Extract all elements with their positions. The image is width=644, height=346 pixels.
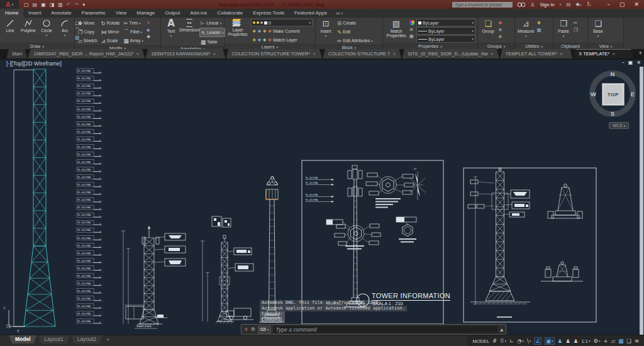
ribbon-tab-manage[interactable]: Manage bbox=[131, 9, 160, 18]
isodraft-icon-caret[interactable]: ▾ bbox=[530, 339, 531, 343]
panel-title-clipboard[interactable]: Clipboard bbox=[553, 43, 587, 49]
match-layer-button[interactable]: ❖❖ ❖❖ Match Layer bbox=[251, 36, 313, 44]
file-tab-4[interactable]: COLECTION STRUCTURE TOWER_recover*✕ bbox=[323, 49, 401, 59]
ribbon-collapse-caret-icon[interactable]: ▾ bbox=[341, 11, 343, 15]
ribbon-tab-output[interactable]: Output bbox=[160, 9, 185, 18]
save-as-icon[interactable]: ◨ bbox=[50, 2, 55, 8]
layout-tab-model[interactable]: Model bbox=[9, 335, 37, 343]
layout-tab-layout1[interactable]: Layout1 bbox=[38, 335, 70, 343]
file-tab-start[interactable]: Start bbox=[6, 49, 27, 59]
file-tab-3[interactable]: COLECTION STRUCTURE TOWER*✕ bbox=[226, 49, 322, 59]
drawing-canvas[interactable]: Autodesk DWG. This file is a TrustedDWG … bbox=[0, 60, 644, 335]
edit-attributes-button[interactable]: ✑Edit Attributes▾ bbox=[336, 36, 374, 45]
ortho-icon[interactable]: ∟ bbox=[509, 338, 514, 344]
polyline-button[interactable]: Polyline bbox=[20, 19, 36, 33]
viewcube-top-face[interactable]: TOP bbox=[602, 83, 625, 106]
application-menu-button[interactable]: A▾ bbox=[0, 0, 19, 9]
leader-button[interactable]: ↖Leader▾ bbox=[199, 28, 225, 37]
sign-in-button[interactable]: Sign In bbox=[540, 2, 554, 8]
plot-icon[interactable]: ▥ bbox=[58, 2, 63, 8]
save-icon[interactable]: ▣ bbox=[41, 2, 46, 8]
sign-in-caret-icon[interactable]: ▾ bbox=[560, 3, 562, 6]
dimension-button[interactable]: ↔ Dimension bbox=[181, 19, 197, 32]
undo-icon[interactable]: ↶ bbox=[67, 2, 71, 8]
close-command-icon[interactable]: ✕ bbox=[244, 326, 248, 332]
group-select-icon[interactable]: ❖ bbox=[498, 34, 502, 40]
qat-menu-icon[interactable]: ▾ bbox=[82, 2, 85, 8]
help-icon[interactable]: ?▾ bbox=[587, 2, 591, 8]
panel-title-properties[interactable]: Properties▾ bbox=[383, 43, 477, 49]
match-properties-button[interactable]: ▧Match Properties bbox=[385, 19, 408, 38]
file-tab-7[interactable]: X TEMPLATE*✕ bbox=[573, 49, 633, 59]
file-tab-close-icon[interactable]: ✕ bbox=[313, 49, 316, 59]
recent-commands-icon[interactable]: ⌨▾ bbox=[258, 326, 271, 333]
command-input[interactable]: Type a command bbox=[274, 326, 498, 333]
copy-clip-icon[interactable]: ❐ bbox=[574, 27, 578, 33]
ribbon-tab-home[interactable]: Home bbox=[0, 9, 23, 18]
file-tab-1[interactable]: 14BRS047_RBS_SIDR ... Report_HWI_JAG22*✕ bbox=[28, 49, 145, 59]
workspace-gear-icon[interactable]: ⚙▾ bbox=[593, 338, 600, 344]
measure-button[interactable]: ⊿Measure▾ bbox=[517, 19, 535, 38]
graphics-performance-icon[interactable]: ▦ bbox=[618, 338, 623, 344]
quick-select-icon[interactable]: ❖ bbox=[536, 20, 541, 26]
linear-button[interactable]: ⊢Linear▾ bbox=[199, 19, 225, 27]
ribbon-tab-annotate[interactable]: Annotate bbox=[46, 9, 76, 18]
panel-title-view[interactable]: View▾ bbox=[588, 43, 623, 49]
isodraft-icon[interactable]: \▾ bbox=[527, 338, 531, 344]
stretch-button[interactable]: ▱Stretch bbox=[77, 36, 99, 45]
minimize-button[interactable]: – bbox=[607, 1, 610, 8]
file-tab-5[interactable]: SITE_ID_RBS_SIDR_D...(Update_New_Layer)*… bbox=[402, 49, 499, 59]
file-tab-2[interactable]: 15SWT013 KARANGWUNI*✕ bbox=[145, 49, 225, 59]
close-button[interactable]: ✕ bbox=[634, 1, 639, 8]
create-block-button[interactable]: ⊞Create bbox=[336, 19, 374, 27]
offset-icon[interactable]: ❖ bbox=[147, 34, 151, 40]
doc-restore-icon[interactable]: ▣ bbox=[628, 60, 633, 65]
ribbon-tab-add-ins[interactable]: Add-ins bbox=[185, 9, 212, 18]
layer-on-icon[interactable] bbox=[253, 21, 255, 24]
app-store-icon[interactable]: ⊟ bbox=[566, 2, 570, 8]
search-input[interactable]: Type a keyword or phrase bbox=[452, 2, 513, 8]
customize-plus-icon[interactable]: + bbox=[604, 338, 608, 344]
model-space-toggle[interactable]: MODEL bbox=[472, 338, 489, 344]
file-tab-6[interactable]: TEMPLET ALL TOWER*✕ bbox=[500, 49, 573, 59]
polar-tracking-icon-caret[interactable]: ▾ bbox=[523, 339, 525, 343]
text-button[interactable]: A Text▾ bbox=[163, 19, 179, 38]
panel-title-layers[interactable]: Layers▾ bbox=[225, 44, 315, 49]
edit-block-button[interactable]: ✎Edit bbox=[336, 28, 374, 36]
file-tab-close-icon[interactable]: ✕ bbox=[491, 49, 494, 59]
doc-minimize-icon[interactable]: – bbox=[622, 60, 625, 65]
scale-button[interactable]: ⊿Scale bbox=[100, 36, 121, 45]
group-button[interactable]: ❏Group bbox=[480, 19, 496, 33]
move-button[interactable]: ✥Move bbox=[77, 19, 99, 27]
new-layout-plus-icon[interactable]: + bbox=[104, 335, 112, 344]
layer-properties-button[interactable]: Layer Properties bbox=[226, 19, 249, 36]
isolate-objects-icon[interactable]: ▱ bbox=[611, 338, 616, 344]
command-expand-icon[interactable]: ▲ bbox=[500, 327, 503, 332]
paste-button[interactable]: ❒Paste▾ bbox=[555, 19, 572, 38]
snap-icon-caret[interactable]: ▾ bbox=[504, 339, 506, 343]
vertical-scrollbar[interactable] bbox=[640, 67, 643, 335]
erase-pencil-icon[interactable]: ✎ bbox=[147, 20, 151, 26]
viewport-controls[interactable]: [-][Top][2D Wireframe] bbox=[6, 60, 62, 67]
line-button[interactable]: Line bbox=[2, 19, 18, 33]
panel-title-draw[interactable]: Draw▾ bbox=[0, 43, 74, 49]
annotation-autoscale-icon[interactable]: ♟ bbox=[565, 338, 570, 344]
annotation-scale-value-caret[interactable]: ▾ bbox=[589, 339, 591, 343]
fillet-button[interactable]: ⌒Fillet▾ bbox=[122, 28, 144, 36]
new-file-icon[interactable]: □ bbox=[24, 2, 29, 8]
workspace-gear-icon-caret[interactable]: ▾ bbox=[599, 339, 601, 343]
command-line[interactable]: ✕ ⚙ ⌨▾ Type a command ▲ bbox=[241, 324, 506, 335]
make-current-button[interactable]: ❖❖ ❖❖ Make Current bbox=[251, 27, 313, 35]
viewcube[interactable]: N S W E TOP bbox=[589, 70, 636, 117]
customization-menu-icon[interactable]: ≡ bbox=[635, 338, 639, 344]
table-button[interactable]: ▦Table bbox=[199, 38, 225, 46]
layer-lock-icon[interactable] bbox=[260, 21, 263, 24]
annotation-visibility-icon[interactable]: ♟ bbox=[558, 338, 563, 344]
explode-icon[interactable]: ◈ bbox=[147, 27, 151, 33]
ribbon-collapse-icon[interactable]: ▭▾ bbox=[336, 9, 343, 18]
file-tab-close-icon[interactable]: ✕ bbox=[136, 49, 139, 59]
ribbon-tab-express-tools[interactable]: Express Tools bbox=[248, 9, 289, 18]
file-tab-close-icon[interactable]: ✕ bbox=[213, 49, 216, 59]
copy-button[interactable]: ❐Copy bbox=[77, 28, 99, 36]
object-color-dropdown[interactable]: ByLayer▾ bbox=[416, 19, 475, 26]
